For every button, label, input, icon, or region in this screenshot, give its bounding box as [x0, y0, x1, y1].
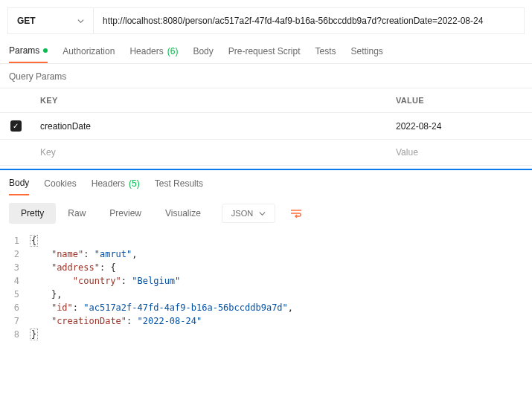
checkbox-checked-icon[interactable]: ✓: [10, 120, 22, 132]
view-preview[interactable]: Preview: [97, 203, 153, 224]
col-value: VALUE: [387, 88, 532, 113]
tab-settings[interactable]: Settings: [351, 45, 383, 63]
wrap-lines-button[interactable]: [284, 204, 308, 222]
request-tabs: Params Authorization Headers (6) Body Pr…: [0, 34, 532, 64]
resp-tab-body[interactable]: Body: [9, 178, 29, 195]
resp-tab-cookies[interactable]: Cookies: [44, 178, 76, 195]
method-select[interactable]: GET: [8, 8, 94, 33]
tab-headers[interactable]: Headers (6): [129, 45, 178, 63]
dot-indicator-icon: [43, 48, 48, 53]
method-value: GET: [17, 16, 36, 26]
table-row[interactable]: ✓ creationDate 2022-08-24: [0, 113, 532, 140]
resp-tab-headers[interactable]: Headers (5): [92, 178, 140, 195]
param-value-placeholder[interactable]: Value: [387, 140, 532, 166]
tab-params[interactable]: Params: [9, 45, 48, 63]
body-type-select[interactable]: JSON: [222, 204, 275, 223]
view-visualize[interactable]: Visualize: [153, 203, 213, 224]
tab-tests[interactable]: Tests: [315, 45, 336, 63]
chevron-down-icon: [77, 18, 84, 25]
view-pretty[interactable]: Pretty: [9, 203, 56, 224]
view-raw[interactable]: Raw: [56, 203, 97, 224]
col-key: KEY: [31, 88, 387, 113]
resp-tab-tests[interactable]: Test Results: [155, 178, 203, 195]
tab-body[interactable]: Body: [193, 45, 213, 63]
query-params-table: KEY VALUE ✓ creationDate 2022-08-24 Key …: [0, 88, 532, 166]
url-input[interactable]: [94, 8, 524, 33]
section-title-query-params: Query Params: [0, 64, 532, 88]
response-body[interactable]: 1{ 2 "name": "amrut", 3 "address": { 4 "…: [0, 231, 532, 356]
table-row-empty[interactable]: Key Value: [0, 140, 532, 166]
wrap-icon: [290, 209, 302, 218]
tab-prerequest[interactable]: Pre-request Script: [228, 45, 301, 63]
chevron-down-icon: [259, 210, 266, 217]
col-check: [0, 88, 31, 113]
param-key-placeholder[interactable]: Key: [31, 140, 387, 166]
request-bar: GET: [7, 7, 525, 34]
view-bar: Pretty Raw Preview Visualize JSON: [0, 195, 532, 231]
param-key[interactable]: creationDate: [31, 113, 387, 140]
param-value[interactable]: 2022-08-24: [387, 113, 532, 140]
response-tabs: Body Cookies Headers (5) Test Results: [0, 170, 532, 195]
tab-authorization[interactable]: Authorization: [63, 45, 115, 63]
